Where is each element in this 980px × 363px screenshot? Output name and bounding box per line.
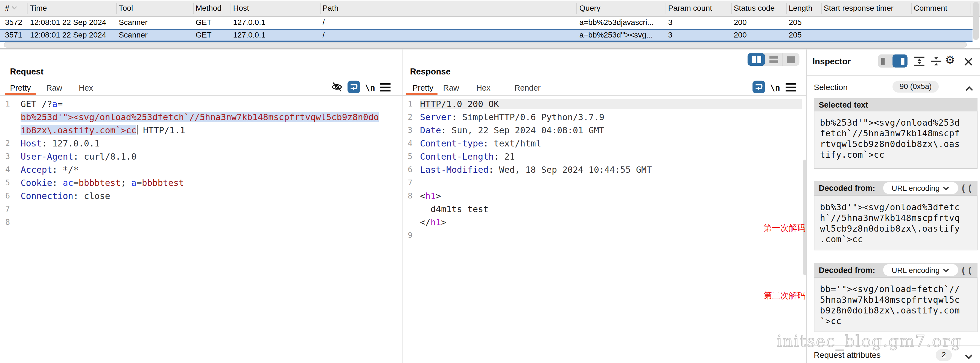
annotation-second-decode: 第二次解码 [762, 291, 805, 302]
request-tab-raw[interactable]: Raw [46, 83, 62, 93]
tab-divider-line [0, 95, 807, 95]
newline-toggle-icon[interactable]: \n [770, 83, 780, 93]
column-separator [731, 3, 732, 14]
request-tab-hex[interactable]: Hex [79, 83, 93, 93]
line-number: 8 [404, 191, 413, 200]
word-wrap-icon[interactable] [752, 81, 765, 93]
response-editor[interactable]: 1HTTP/1.0 200 OK2Server: SimpleHTTP/0.6 … [404, 97, 802, 241]
table-vertical-scrollbar[interactable] [973, 2, 979, 40]
editor-line: 3Date: Sun, 22 Sep 2024 04:08:01 GMT [404, 123, 802, 136]
column-header-method[interactable]: Method [196, 0, 231, 16]
editor-line: 8 [0, 215, 401, 228]
dock-right-button[interactable] [892, 54, 908, 68]
editor-line: 6Last-Modified: Wed, 18 Sep 2024 10:44:5… [404, 163, 802, 176]
panel-top-shadow [0, 49, 980, 50]
response-tab-pretty[interactable]: Pretty [413, 83, 433, 93]
decoded-content-1: bb%3d'"><svg/onload%3dfetch`//5hna3nw7kb… [814, 195, 978, 250]
hide-eye-icon[interactable] [331, 81, 342, 95]
table-header-row: # TimeToolMethodHostPathQueryParam count… [0, 0, 980, 17]
editor-line: 6Connection: close [0, 189, 401, 202]
column-separator [320, 3, 320, 14]
table-cell: 200 [733, 30, 786, 41]
table-cell [914, 16, 971, 29]
request-tab-pretty[interactable]: Pretty [10, 83, 31, 93]
column-separator [665, 3, 666, 14]
line-number: 5 [0, 178, 10, 187]
table-row[interactable]: 357112:08:01 22 Sep 2024ScannerGET127.0.… [0, 29, 973, 42]
collapse-all-icon[interactable] [931, 56, 942, 69]
encoding-select-2[interactable]: URL encoding [883, 264, 958, 276]
editor-line: 8<h1> [404, 189, 802, 202]
encoding-select-1[interactable]: URL encoding [883, 182, 958, 194]
annotation-first-decode: 第一次解码 [762, 223, 805, 234]
gear-icon[interactable]: ⚙ [945, 53, 955, 67]
column-header-comment[interactable]: Comment [914, 0, 971, 16]
table-cell [824, 16, 911, 29]
line-number: 4 [0, 165, 10, 174]
clipped-reencode-icons[interactable]: (( [962, 184, 975, 193]
column-separator [27, 3, 27, 14]
inspector-text-line: `>cc [820, 316, 977, 326]
table-cell: 3572 [5, 16, 27, 29]
column-separator [912, 3, 912, 14]
dock-left-button[interactable] [878, 54, 892, 68]
table-cell: 12:08:01 22 Sep 2024 [30, 30, 115, 41]
table-cell: 205 [789, 30, 821, 41]
table-cell: / [322, 16, 574, 29]
close-icon[interactable] [964, 57, 973, 68]
column-header-status-code[interactable]: Status code [733, 0, 786, 16]
editor-layout-toggle [748, 53, 800, 66]
column-header--[interactable]: # [5, 0, 27, 16]
table-row[interactable]: 357212:08:01 22 Sep 2024ScannerGET127.0.… [0, 16, 973, 29]
http-history-table: # TimeToolMethodHostPathQueryParam count… [0, 0, 980, 49]
request-menu-icon[interactable] [380, 83, 391, 94]
response-tab-hex[interactable]: Hex [476, 83, 490, 93]
editor-line: 4Content-type: text/html [404, 136, 802, 149]
line-number: 3 [0, 151, 10, 161]
single-layout-button[interactable] [782, 53, 799, 66]
column-header-host[interactable]: Host [233, 0, 320, 16]
table-horizontal-scrollbar[interactable] [4, 42, 967, 48]
columns-layout-button[interactable] [748, 53, 765, 66]
response-inspector-divider[interactable] [807, 50, 807, 363]
line-number: 6 [404, 165, 413, 174]
column-header-query[interactable]: Query [579, 0, 665, 16]
column-header-path[interactable]: Path [322, 0, 574, 16]
column-separator [231, 3, 231, 14]
editor-line: 7 [404, 176, 802, 189]
chevron-up-icon[interactable] [965, 83, 974, 94]
response-tab-raw[interactable]: Raw [443, 83, 460, 93]
expand-all-icon[interactable] [914, 56, 925, 69]
clipped-reencode-icons[interactable]: (( [962, 265, 975, 275]
column-separator [116, 3, 117, 14]
table-cell: 127.0.0.1 [233, 16, 320, 29]
chevron-down-icon[interactable] [964, 351, 973, 362]
column-header-start-response-timer[interactable]: Start response timer [824, 0, 911, 16]
editor-line: ib8zx\.oastify.com`>cc HTTP/1.1 [0, 123, 401, 136]
line-number: 8 [0, 217, 10, 226]
table-cell: 200 [733, 16, 786, 29]
request-pane-title: Request [10, 67, 44, 77]
editor-line: 5Content-Length: 21 [404, 149, 802, 163]
request-attributes-label: Request attributes [814, 350, 881, 360]
line-number: 5 [404, 151, 413, 161]
word-wrap-icon[interactable] [348, 81, 360, 93]
table-cell: GET [196, 16, 231, 29]
request-editor[interactable]: 1GET /?a=bb%253d'"><svg/onload%253dfetch… [0, 97, 401, 228]
column-header-tool[interactable]: Tool [119, 0, 192, 16]
column-separator [576, 3, 577, 14]
column-header-time[interactable]: Time [30, 0, 115, 16]
editor-line: bb%253d'"><svg/onload%253dfetch`//5hna3n… [0, 110, 401, 123]
response-menu-icon[interactable] [786, 83, 796, 94]
response-tab-render[interactable]: Render [514, 83, 541, 93]
table-cell: 205 [789, 16, 821, 29]
newline-toggle-icon[interactable]: \n [365, 83, 375, 93]
line-number: 1 [0, 99, 10, 108]
column-header-length[interactable]: Length [789, 0, 821, 16]
request-response-divider[interactable] [402, 50, 402, 363]
rows-layout-button[interactable] [765, 53, 782, 66]
column-separator [786, 3, 787, 14]
editor-line: 4Accept: */* [0, 163, 401, 176]
column-header-param-count[interactable]: Param count [668, 0, 730, 16]
editor-line: 9 [404, 228, 802, 241]
